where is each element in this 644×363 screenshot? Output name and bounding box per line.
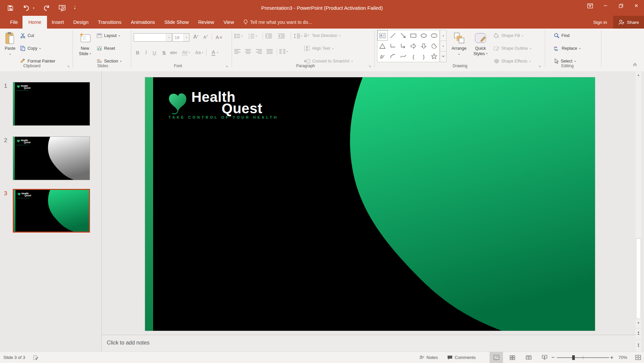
undo-icon[interactable] [22, 4, 31, 12]
normal-view-button[interactable] [490, 352, 503, 363]
slide-sorter-view-button[interactable] [506, 352, 519, 363]
character-spacing-button[interactable]: AV▾ [180, 48, 192, 57]
notes-toggle[interactable]: Notes [417, 352, 440, 363]
shape-freeform-icon[interactable] [377, 51, 388, 62]
tab-design[interactable]: Design [68, 16, 93, 29]
redo-icon[interactable] [42, 4, 51, 12]
layout-button[interactable]: Layout ▾ [97, 31, 120, 40]
decrease-indent-button[interactable] [265, 33, 272, 39]
find-button[interactable]: Find [554, 31, 569, 40]
cut-button[interactable]: Cut [20, 31, 34, 40]
shape-oval-icon[interactable] [419, 30, 429, 41]
font-dialog-launcher-icon[interactable]: ↘ [224, 64, 229, 69]
new-slide-button[interactable]: New Slide▾ [76, 30, 94, 56]
scroll-down-icon[interactable]: ▼ [636, 319, 641, 327]
minimize-button[interactable] [598, 0, 613, 11]
reset-button[interactable]: Reset [97, 44, 115, 53]
slide-1-thumbnail[interactable]: HealthQuest [13, 82, 90, 126]
ribbon-display-options-icon[interactable] [582, 0, 598, 11]
next-slide-button[interactable]: ▼▼ [636, 339, 641, 351]
clipboard-dialog-launcher-icon[interactable]: ↘ [66, 64, 71, 69]
slide-indicator[interactable]: Slide 3 of 3 [1, 352, 27, 363]
zoom-level[interactable]: 70% [616, 352, 629, 363]
arrange-button[interactable]: Arrange ▾ [449, 30, 469, 57]
shrink-font-button[interactable]: A▾ [201, 33, 210, 41]
increase-indent-button[interactable] [278, 33, 285, 39]
tab-insert[interactable]: Insert [47, 16, 68, 29]
shape-line-icon[interactable] [388, 30, 398, 41]
scrollbar-thumb[interactable] [636, 238, 641, 319]
align-text-button[interactable]: Align Text ▾ [304, 44, 333, 53]
shape-right-brace-icon[interactable]: } [419, 51, 429, 62]
shape-rectangle-icon[interactable] [408, 30, 419, 41]
customize-qat-icon[interactable]: ▾ [74, 6, 76, 10]
scroll-up-icon[interactable]: ▲ [636, 71, 641, 79]
drawing-dialog-launcher-icon[interactable]: ↘ [537, 64, 542, 69]
copy-button[interactable]: Copy ▾ [20, 44, 41, 53]
slide-2-thumbnail[interactable]: HealthQuest [13, 136, 90, 180]
tell-me-box[interactable]: Tell me what you want to do... [243, 16, 312, 29]
align-right-button[interactable] [256, 49, 262, 54]
shape-outline-button[interactable]: Shape Outline ▾ [494, 44, 531, 53]
spell-check-icon[interactable] [31, 352, 40, 363]
quick-styles-button[interactable]: Quick Styles▾ [470, 30, 491, 56]
slide-3-thumbnail[interactable]: HealthQuest [13, 189, 90, 233]
shapes-scroll-up-icon[interactable]: ▴ [440, 30, 447, 41]
save-icon[interactable] [6, 4, 15, 12]
font-color-button[interactable]: A▾ [209, 48, 221, 57]
tab-slide-show[interactable]: Slide Show [160, 16, 194, 29]
start-from-beginning-icon[interactable] [58, 4, 67, 12]
shapes-more-icon[interactable]: ▾ [440, 51, 447, 62]
tab-review[interactable]: Review [193, 16, 219, 29]
shape-down-arrow-icon[interactable] [419, 41, 429, 51]
shape-elbow-arrow-connector-icon[interactable] [398, 41, 408, 51]
shape-effects-button[interactable]: Shape Effects ▾ [494, 57, 531, 66]
shape-fill-button[interactable]: Shape Fill ▾ [494, 31, 523, 40]
justify-button[interactable] [267, 49, 273, 54]
shape-pie-icon[interactable] [429, 41, 439, 51]
sign-in-button[interactable]: Sign in [587, 16, 613, 29]
shape-curve-icon[interactable] [398, 51, 408, 62]
close-button[interactable]: × [629, 0, 644, 11]
bullets-button[interactable]: ▾ [234, 33, 243, 39]
align-left-button[interactable] [234, 49, 240, 54]
shape-elbow-connector-icon[interactable] [388, 41, 398, 51]
strikethrough-button[interactable]: abc [169, 48, 179, 57]
underline-button[interactable]: U [150, 48, 158, 57]
italic-button[interactable]: I [142, 48, 150, 57]
tab-transitions[interactable]: Transitions [93, 16, 126, 29]
restore-button[interactable] [613, 0, 629, 11]
shape-left-brace-icon[interactable]: { [408, 51, 419, 62]
shape-text-box-icon[interactable]: A [377, 30, 388, 41]
shape-arc-icon[interactable] [388, 51, 398, 62]
change-case-button[interactable]: Aa▾ [193, 48, 205, 57]
font-name-combo[interactable]: ▾ [134, 33, 172, 42]
paste-button[interactable]: Paste ▾ [2, 30, 18, 57]
comments-toggle[interactable]: Comments [445, 352, 478, 363]
previous-slide-button[interactable]: ▲▲ [636, 328, 641, 338]
zoom-slider[interactable] [557, 357, 609, 358]
tab-file[interactable]: File [5, 16, 22, 29]
shapes-scroll-down-icon[interactable]: ▾ [440, 41, 447, 52]
font-size-combo[interactable]: 18 ▾ [173, 33, 189, 42]
notes-pane[interactable]: Click to add notes [102, 335, 636, 352]
line-spacing-button[interactable]: ▾ [293, 33, 303, 39]
share-button[interactable]: Share [613, 16, 644, 29]
slide-show-view-button[interactable] [538, 352, 551, 363]
align-center-button[interactable] [245, 49, 251, 54]
grow-font-button[interactable]: A▴ [191, 33, 200, 41]
reading-view-button[interactable] [522, 352, 535, 363]
columns-button[interactable]: ▾ [279, 49, 288, 54]
shape-right-arrow-icon[interactable] [408, 41, 419, 51]
shape-arrow-icon[interactable] [398, 30, 408, 41]
shape-star-icon[interactable] [429, 51, 439, 62]
clear-formatting-button[interactable]: A◆ [214, 33, 224, 41]
collapse-ribbon-icon[interactable] [633, 63, 637, 67]
tab-home[interactable]: Home [22, 16, 47, 29]
zoom-in-button[interactable]: + [610, 352, 613, 363]
numbering-button[interactable]: 123 ▾ [248, 33, 257, 39]
notes-placeholder[interactable]: Click to add notes [107, 340, 149, 346]
tab-view[interactable]: View [219, 16, 239, 29]
replace-button[interactable]: abac Replace ▾ [554, 44, 581, 53]
shape-rounded-rectangle-icon[interactable] [429, 30, 439, 41]
